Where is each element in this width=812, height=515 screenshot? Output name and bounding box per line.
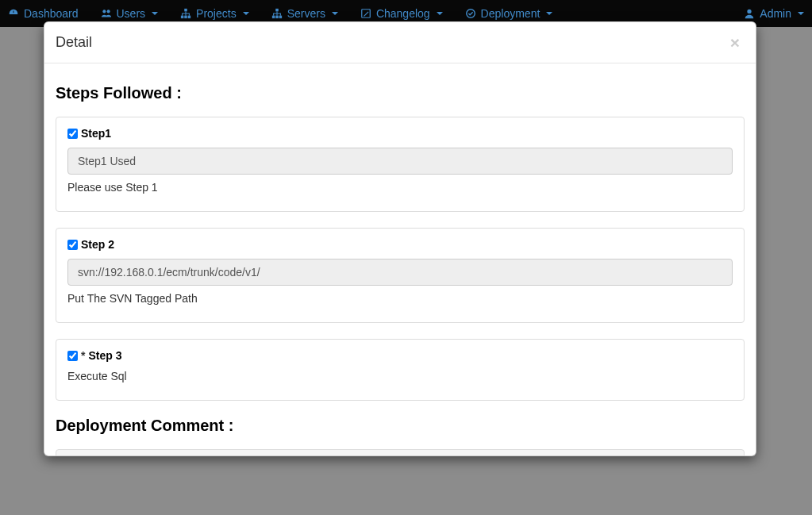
svg-rect-4: [184, 16, 187, 19]
svg-point-0: [102, 10, 106, 13]
nav-projects[interactable]: Projects: [180, 7, 249, 20]
comment-heading: Deployment Comment :: [56, 417, 745, 435]
caret-down-icon: [152, 12, 158, 15]
steps-heading: Steps Followed :: [56, 84, 745, 102]
modal-header: Detail ×: [44, 22, 756, 63]
close-icon: ×: [730, 33, 740, 52]
nav-admin[interactable]: Admin: [744, 7, 804, 20]
dashboard-icon: [8, 8, 19, 19]
sitemap-icon: [271, 8, 283, 19]
step1-label: Step1: [81, 127, 111, 140]
step2-help: Put The SVN Tagged Path: [67, 292, 733, 305]
svg-rect-8: [275, 16, 279, 19]
svg-rect-6: [275, 9, 279, 12]
nav-dashboard[interactable]: Dashboard: [8, 7, 79, 20]
nav-users[interactable]: Users: [101, 7, 159, 20]
close-button[interactable]: ×: [725, 33, 745, 52]
nav-servers-label: Servers: [287, 7, 325, 20]
caret-down-icon: [243, 12, 249, 15]
step3-panel: *Step 3 Execute Sql: [56, 339, 745, 401]
required-asterisk: *: [81, 349, 85, 362]
nav-deployment-label: Deployment: [481, 7, 541, 20]
step1-panel: Step1 Please use Step 1: [56, 117, 745, 212]
nav-dashboard-label: Dashboard: [24, 7, 79, 20]
step3-label: Step 3: [88, 349, 121, 362]
user-icon: [744, 8, 755, 19]
nav-servers[interactable]: Servers: [271, 7, 338, 20]
nav-projects-label: Projects: [196, 7, 237, 20]
nav-changelog-label: Changelog: [376, 7, 430, 20]
svg-rect-7: [272, 16, 275, 19]
caret-down-icon: [332, 12, 338, 15]
svg-rect-9: [279, 16, 282, 19]
step1-input: [67, 148, 733, 175]
page-scroll[interactable]: Dashboard Users Projects: [0, 0, 812, 515]
nav-changelog[interactable]: Changelog: [360, 7, 443, 20]
svg-rect-2: [184, 9, 187, 12]
svg-rect-5: [188, 16, 191, 19]
modal-body: Steps Followed : Step1 Please use Step 1: [44, 63, 756, 455]
nav-deployment[interactable]: Deployment: [465, 7, 553, 20]
step2-input: [67, 259, 733, 286]
detail-modal: Detail × Steps Followed : Step1 Pl: [44, 21, 756, 456]
svg-point-1: [106, 10, 110, 13]
svg-point-12: [748, 10, 752, 13]
deployment-comment: I have Done This: [56, 449, 745, 455]
users-icon: [101, 8, 112, 19]
modal-title: Detail: [56, 34, 92, 51]
caret-down-icon: [546, 12, 552, 15]
step1-checkbox[interactable]: [67, 129, 78, 139]
caret-down-icon: [798, 12, 804, 15]
nav-right: Admin: [744, 7, 804, 20]
edit-icon: [360, 8, 371, 19]
caret-down-icon: [437, 12, 443, 15]
step1-help: Please use Step 1: [67, 181, 733, 194]
check-circle-icon: [465, 8, 476, 19]
nav-admin-label: Admin: [760, 7, 791, 20]
step2-panel: Step 2 Put The SVN Tagged Path: [56, 228, 745, 323]
step2-checkbox[interactable]: [67, 240, 78, 250]
modal-scroll[interactable]: Steps Followed : Step1 Please use Step 1: [44, 63, 756, 455]
step3-help: Execute Sql: [67, 370, 733, 382]
nav-left: Dashboard Users Projects: [8, 7, 552, 20]
step3-checkbox[interactable]: [67, 351, 78, 361]
nav-users-label: Users: [117, 7, 146, 20]
svg-rect-3: [181, 16, 184, 19]
step2-label: Step 2: [81, 238, 114, 251]
sitemap-icon: [180, 8, 191, 19]
